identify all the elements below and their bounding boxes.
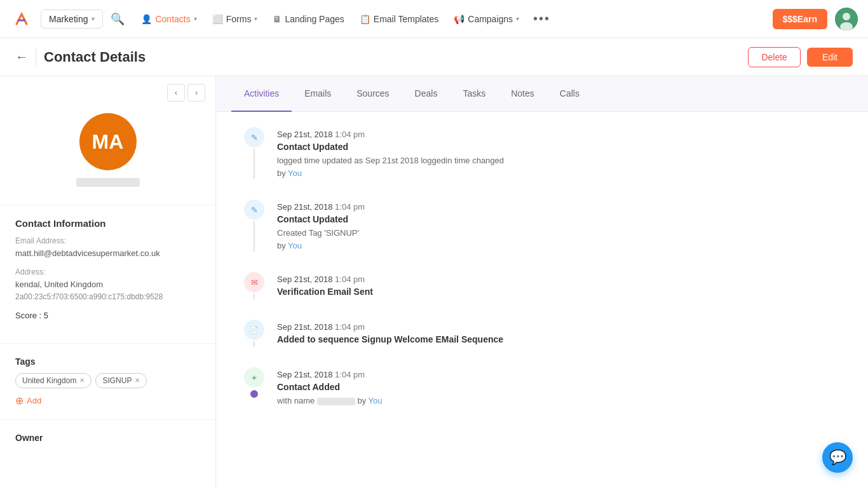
address-label: Address: xyxy=(15,268,200,276)
score-value: Score : 5 xyxy=(15,311,48,320)
timeline-connector: + xyxy=(241,367,267,407)
tabs-bar: Activities Emails Sources Deals Tasks No… xyxy=(216,76,868,112)
main-layout: ‹ › MA Contact Information Email Address… xyxy=(0,76,868,488)
event-date: Sep 21st, 2018 xyxy=(277,202,332,212)
tab-notes[interactable]: Notes xyxy=(498,76,547,112)
activities-timeline: ✎ Sep 21st, 2018 1:04 pm Contact Updated… xyxy=(216,112,868,443)
timeline-connector: ✎ xyxy=(241,127,267,179)
nav-item-email-templates[interactable]: 📋 Email Templates xyxy=(353,9,445,29)
event-time: 1:04 pm xyxy=(335,322,365,332)
event-actor[interactable]: You xyxy=(288,168,302,178)
event-time: 1:04 pm xyxy=(335,202,365,212)
contact-avatar: MA xyxy=(79,113,137,170)
timeline-content: Sep 21st, 2018 1:04 pm Contact Updated C… xyxy=(277,200,843,252)
timeline-item: + Sep 21st, 2018 1:04 pm Contact Added w… xyxy=(241,367,843,407)
tab-calls[interactable]: Calls xyxy=(547,76,592,112)
contact-nav-arrows: ‹ › xyxy=(0,76,215,107)
tags-section: Tags United Kingdom ✕ SIGNUP ✕ ⊕ Add xyxy=(0,349,215,414)
timeline-content: Sep 21st, 2018 1:04 pm Verification Emai… xyxy=(277,272,843,299)
add-tag-button[interactable]: ⊕ Add xyxy=(15,395,200,407)
search-icon[interactable]: 🔍 xyxy=(111,12,125,26)
top-navigation: Marketing ▾ 🔍 👤 Contacts ▾ ⬜ Forms ▾ 🖥 L… xyxy=(0,0,868,38)
timeline-item: ✎ Sep 21st, 2018 1:04 pm Contact Updated… xyxy=(241,127,843,179)
timeline-end-dot xyxy=(250,390,258,398)
tab-deals[interactable]: Deals xyxy=(402,76,451,112)
timeline-item: ✉ Sep 21st, 2018 1:04 pm Verification Em… xyxy=(241,272,843,299)
event-description: logged time updated as Sep 21st 2018 log… xyxy=(277,154,843,179)
user-avatar[interactable] xyxy=(835,8,858,30)
contact-avatar-section: MA xyxy=(0,107,215,200)
tag-uk-label: United Kingdom xyxy=(22,376,76,385)
nav-items: 👤 Contacts ▾ ⬜ Forms ▾ 🖥 Landing Pages 📋… xyxy=(135,6,772,31)
email-label: Email Address: xyxy=(15,236,200,245)
event-actor[interactable]: You xyxy=(369,396,383,405)
edit-icon: ✎ xyxy=(244,127,264,147)
event-actor[interactable]: You xyxy=(288,241,302,250)
forms-icon: ⬜ xyxy=(212,14,223,24)
nav-item-campaigns[interactable]: 📢 Campaigns ▾ xyxy=(447,9,526,29)
owner-title: Owner xyxy=(15,433,200,443)
chat-button[interactable]: 💬 xyxy=(822,442,853,473)
section-divider-3 xyxy=(0,419,215,420)
tag-signup-remove-icon[interactable]: ✕ xyxy=(135,377,140,384)
event-time: 1:04 pm xyxy=(335,130,365,139)
timeline-time: Sep 21st, 2018 1:04 pm xyxy=(277,202,843,212)
tag-signup[interactable]: SIGNUP ✕ xyxy=(95,373,147,388)
timeline-time: Sep 21st, 2018 1:04 pm xyxy=(277,322,843,332)
nav-more-btn[interactable]: ••• xyxy=(528,6,555,31)
timeline-item: ✎ Sep 21st, 2018 1:04 pm Contact Updated… xyxy=(241,200,843,252)
tag-united-kingdom[interactable]: United Kingdom ✕ xyxy=(15,373,92,388)
campaigns-label: Campaigns xyxy=(468,14,513,24)
tags-title: Tags xyxy=(15,356,200,367)
tab-activities[interactable]: Activities xyxy=(231,76,292,112)
marketing-dropdown-btn[interactable]: Marketing ▾ xyxy=(41,10,103,29)
contacts-label: Contacts xyxy=(155,14,190,24)
event-date: Sep 21st, 2018 xyxy=(277,274,332,284)
event-title: Added to sequence Signup Welcome EMail S… xyxy=(277,334,843,344)
contact-info-title: Contact Information xyxy=(15,218,200,229)
back-button[interactable]: ← xyxy=(15,50,28,64)
event-date: Sep 21st, 2018 xyxy=(277,322,332,332)
timeline-line xyxy=(254,341,255,347)
campaigns-icon: 📢 xyxy=(454,14,465,24)
contacts-icon: 👤 xyxy=(141,14,152,24)
nav-item-contacts[interactable]: 👤 Contacts ▾ xyxy=(135,9,203,29)
prev-contact-button[interactable]: ‹ xyxy=(167,84,185,102)
event-title: Verification Email Sent xyxy=(277,287,843,297)
landing-pages-label: Landing Pages xyxy=(285,14,344,24)
email-templates-label: Email Templates xyxy=(374,14,438,24)
edit-icon: ✎ xyxy=(244,200,264,220)
event-date: Sep 21st, 2018 xyxy=(277,130,332,139)
nav-item-forms[interactable]: ⬜ Forms ▾ xyxy=(206,9,264,29)
svg-point-2 xyxy=(843,13,850,20)
address-value: kendal, United Kingdom 2a00:23c5:f703:65… xyxy=(15,278,200,303)
email-value: matt.hill@debtadvicesupermarket.co.uk xyxy=(15,247,200,260)
tab-emails[interactable]: Emails xyxy=(292,76,344,112)
section-divider-2 xyxy=(0,343,215,344)
marketing-chevron-icon: ▾ xyxy=(92,15,95,22)
forms-chevron-icon: ▾ xyxy=(254,15,257,22)
document-icon: 📄 xyxy=(244,320,264,340)
add-tag-label: Add xyxy=(27,396,41,405)
timeline-content: Sep 21st, 2018 1:04 pm Contact Updated l… xyxy=(277,127,843,179)
app-logo[interactable] xyxy=(10,8,33,30)
section-divider-1 xyxy=(0,205,215,205)
landing-pages-icon: 🖥 xyxy=(273,14,281,24)
tab-tasks[interactable]: Tasks xyxy=(450,76,498,112)
timeline-time: Sep 21st, 2018 1:04 pm xyxy=(277,274,843,284)
event-date: Sep 21st, 2018 xyxy=(277,370,332,379)
marketing-label: Marketing xyxy=(49,14,88,24)
email-icon: ✉ xyxy=(244,272,264,292)
page-title: Contact Details xyxy=(44,49,748,65)
next-contact-button[interactable]: › xyxy=(187,84,205,102)
edit-button[interactable]: Edit xyxy=(807,48,853,67)
tag-uk-remove-icon[interactable]: ✕ xyxy=(79,377,85,384)
timeline-line xyxy=(254,149,255,179)
tab-sources[interactable]: Sources xyxy=(344,76,402,112)
delete-button[interactable]: Delete xyxy=(748,47,800,67)
event-time: 1:04 pm xyxy=(335,274,365,284)
contacts-chevron-icon: ▾ xyxy=(194,15,197,22)
timeline-connector: ✉ xyxy=(241,272,267,299)
earn-button[interactable]: $$$Earn xyxy=(773,9,827,29)
nav-item-landing-pages[interactable]: 🖥 Landing Pages xyxy=(266,9,350,29)
